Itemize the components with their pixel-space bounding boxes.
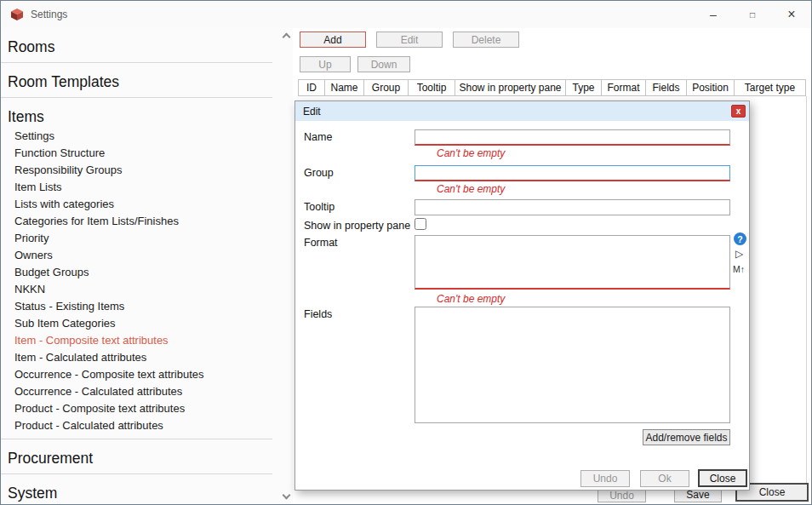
column-header-show-in-property-pane[interactable]: Show in property pane xyxy=(455,80,566,95)
fields-label: Fields xyxy=(304,308,332,320)
format-label: Format xyxy=(304,237,338,249)
group-validation-message: Can't be empty xyxy=(437,183,505,195)
window-title: Settings xyxy=(31,9,67,20)
titlebar[interactable]: Settings – □ × xyxy=(1,1,811,28)
delete-button[interactable]: Delete xyxy=(453,32,519,48)
dialog-title: Edit xyxy=(303,106,321,118)
format-validation-message: Can't be empty xyxy=(437,293,505,305)
sidebar-header-items[interactable]: Items xyxy=(1,98,272,127)
sidebar-item[interactable]: Lists with categories xyxy=(1,195,272,212)
sidebar-section-items: Items Settings Function Structure Respon… xyxy=(1,98,272,439)
scroll-down-icon[interactable] xyxy=(283,492,290,499)
up-button[interactable]: Up xyxy=(300,56,351,72)
sidebar-item[interactable]: Occurrence - Calculated attributes xyxy=(1,382,272,399)
dialog-close-button-bottom[interactable]: Close xyxy=(698,469,747,487)
sidebar-section-system: System xyxy=(1,474,272,504)
sidebar-header-room-templates[interactable]: Room Templates xyxy=(1,63,272,92)
column-header-group[interactable]: Group xyxy=(364,80,409,95)
name-label: Name xyxy=(304,131,332,143)
column-header-position[interactable]: Position xyxy=(687,80,735,95)
edit-dialog: Edit x Name Can't be empty Group Can't b… xyxy=(294,100,750,491)
multiline-icon[interactable]: M↑ xyxy=(733,264,745,274)
play-icon[interactable]: ▷ xyxy=(735,248,743,260)
maximize-button[interactable]: □ xyxy=(733,1,772,28)
dialog-ok-button[interactable]: Ok xyxy=(640,470,689,487)
add-remove-fields-button[interactable]: Add/remove fields xyxy=(643,429,730,445)
column-header-format[interactable]: Format xyxy=(602,80,646,95)
tooltip-field[interactable] xyxy=(415,199,730,215)
tooltip-label: Tooltip xyxy=(304,201,335,213)
window-controls: – □ × xyxy=(694,1,811,28)
fields-list[interactable] xyxy=(415,307,730,423)
table-header-row: ID Name Group Tooltip Show in property p… xyxy=(298,79,806,96)
column-header-fields[interactable]: Fields xyxy=(646,80,687,95)
app-icon xyxy=(10,8,24,21)
sidebar-item-selected[interactable]: Item - Composite text attributes xyxy=(1,331,272,348)
group-field[interactable] xyxy=(415,165,730,181)
minimize-button[interactable]: – xyxy=(694,1,733,28)
minimize-icon: – xyxy=(710,8,717,21)
sidebar-item[interactable]: Item - Calculated attributes xyxy=(1,348,272,365)
format-field[interactable] xyxy=(415,235,730,290)
sidebar-item[interactable]: Function Structure xyxy=(1,144,272,161)
sidebar-item[interactable]: Sub Item Categories xyxy=(1,314,272,331)
sidebar-item[interactable]: NKKN xyxy=(1,280,272,297)
sidebar-header-procurement[interactable]: Procurement xyxy=(1,439,272,468)
dialog-undo-button[interactable]: Undo xyxy=(580,470,630,487)
sidebar-item[interactable]: Occurrence - Composite text attributes xyxy=(1,365,272,382)
scroll-up-icon[interactable] xyxy=(283,32,290,38)
down-button[interactable]: Down xyxy=(357,56,410,72)
close-button[interactable]: × xyxy=(772,1,811,28)
column-header-type[interactable]: Type xyxy=(566,80,602,95)
sidebar-item[interactable]: Owners xyxy=(1,246,272,263)
sidebar-scrollbar[interactable] xyxy=(281,28,293,504)
sidebar-header-system[interactable]: System xyxy=(1,474,272,503)
sidebar-section-rooms: Rooms xyxy=(1,28,272,63)
sidebar-item[interactable]: Product - Composite text attributes xyxy=(1,399,272,416)
dialog-close-button[interactable]: x xyxy=(731,105,746,118)
dialog-titlebar[interactable]: Edit x xyxy=(295,101,749,121)
dialog-close-icon: x xyxy=(736,106,741,116)
column-header-id[interactable]: ID xyxy=(298,80,325,95)
sidebar-item[interactable]: Categories for Item Lists/Finishes xyxy=(1,212,272,229)
column-header-target-type[interactable]: Target type xyxy=(735,80,806,95)
name-field[interactable] xyxy=(415,129,730,146)
group-label: Group xyxy=(304,167,334,179)
table-right-border xyxy=(806,96,807,495)
settings-window: Settings – □ × Rooms Room Templates Item… xyxy=(0,0,812,505)
edit-button[interactable]: Edit xyxy=(376,32,443,48)
sidebar-section-room-templates: Room Templates xyxy=(1,63,272,98)
maximize-icon: □ xyxy=(750,10,755,20)
sidebar-item[interactable]: Budget Groups xyxy=(1,263,272,280)
sidebar-section-procurement: Procurement xyxy=(1,439,272,474)
column-header-name[interactable]: Name xyxy=(325,80,364,95)
sidebar-item[interactable]: Status - Existing Items xyxy=(1,297,272,314)
sidebar-item[interactable]: Responsibility Groups xyxy=(1,161,272,178)
help-icon[interactable]: ? xyxy=(734,232,746,245)
name-validation-message: Can't be empty xyxy=(437,147,505,159)
column-header-tooltip[interactable]: Tooltip xyxy=(409,80,455,95)
sidebar-item[interactable]: Settings xyxy=(1,127,272,144)
show-in-property-pane-checkbox[interactable] xyxy=(415,218,426,230)
add-button[interactable]: Add xyxy=(300,32,366,48)
sidebar-item[interactable]: Priority xyxy=(1,229,272,246)
sidebar-header-rooms[interactable]: Rooms xyxy=(1,28,272,57)
close-icon: × xyxy=(787,7,795,22)
sidebar: Rooms Room Templates Items Settings Func… xyxy=(1,28,281,504)
sidebar-item[interactable]: Product - Calculated attributes xyxy=(1,416,272,433)
sidebar-item[interactable]: Item Lists xyxy=(1,178,272,195)
show-in-property-pane-label: Show in property pane xyxy=(304,220,410,232)
